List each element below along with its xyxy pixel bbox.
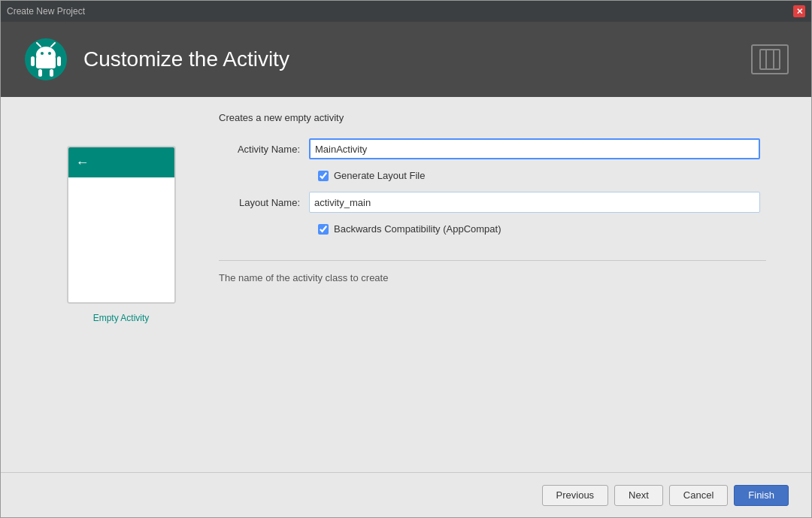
backwards-compat-row: Backwards Compatibility (AppCompat): [219, 223, 766, 235]
phone-preview: ←: [67, 146, 176, 304]
icon-rect-right: [765, 49, 780, 70]
phone-preview-header: ←: [68, 147, 174, 177]
title-bar-text: Create New Project: [7, 6, 793, 17]
svg-rect-6: [50, 69, 53, 77]
activity-type-label: Empty Activity: [93, 313, 150, 323]
cancel-button[interactable]: Cancel: [669, 485, 728, 506]
svg-rect-4: [57, 56, 61, 66]
left-panel: ← Empty Activity: [46, 131, 196, 472]
main-window: Create New Project ✕: [0, 0, 812, 518]
activity-template-icon: [751, 44, 789, 74]
svg-rect-5: [38, 69, 42, 77]
finish-button[interactable]: Finish: [734, 485, 789, 506]
footer: Previous Next Cancel Finish: [1, 472, 811, 517]
title-bar: Create New Project ✕: [1, 1, 811, 22]
previous-button[interactable]: Previous: [542, 485, 609, 506]
backwards-compat-checkbox[interactable]: [318, 224, 329, 235]
generate-layout-label[interactable]: Generate Layout File: [334, 170, 425, 181]
svg-rect-3: [31, 56, 35, 66]
layout-name-label: Layout Name:: [219, 197, 309, 208]
content-area: Creates a new empty activity ← Empty Act…: [1, 97, 811, 472]
right-panel: Activity Name: Generate Layout File Layo…: [196, 131, 766, 472]
close-button[interactable]: ✕: [793, 5, 805, 17]
activity-name-label: Activity Name:: [219, 144, 309, 155]
header: Customize the Activity: [1, 22, 811, 97]
svg-point-8: [48, 52, 51, 55]
backwards-compat-label[interactable]: Backwards Compatibility (AppCompat): [334, 223, 501, 235]
phone-preview-content: [68, 177, 174, 302]
hint-text: The name of the activity class to create: [219, 272, 766, 283]
svg-point-7: [41, 52, 44, 55]
activity-name-input[interactable]: [309, 138, 760, 159]
svg-rect-2: [36, 56, 56, 68]
layout-name-input[interactable]: [309, 192, 760, 213]
top-description: Creates a new empty activity: [1, 97, 811, 131]
android-logo-icon: [23, 37, 68, 82]
layout-name-row: Layout Name:: [219, 192, 766, 213]
back-arrow-icon: ←: [76, 155, 89, 171]
generate-layout-row: Generate Layout File: [219, 170, 766, 181]
activity-name-row: Activity Name:: [219, 138, 766, 159]
header-title: Customize the Activity: [83, 47, 289, 71]
next-button[interactable]: Next: [614, 485, 663, 506]
generate-layout-checkbox[interactable]: [318, 171, 329, 181]
form-separator: [219, 260, 766, 261]
main-content: ← Empty Activity Activity Name: Generate…: [1, 131, 811, 472]
